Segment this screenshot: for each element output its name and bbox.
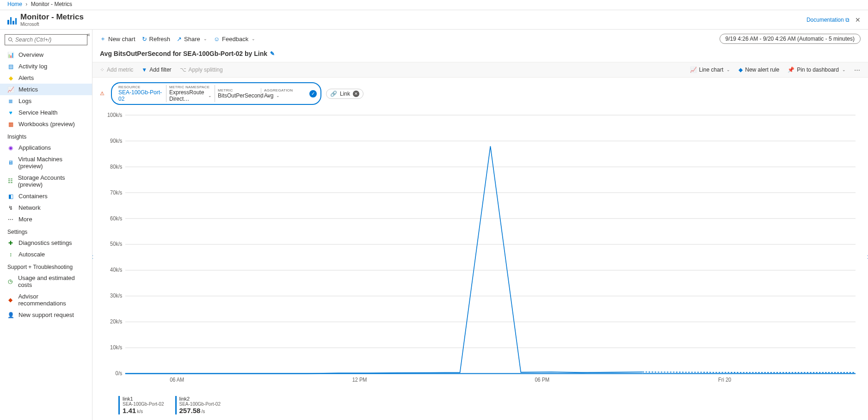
svg-text:10k/s: 10k/s (110, 345, 122, 351)
add-metric-button[interactable]: ⁘Add metric (100, 67, 133, 73)
nav-item-label: Diagnostics settings (18, 239, 72, 246)
nav-item-icon: ◧ (7, 193, 14, 200)
nav-item-icon: ◆ (7, 75, 14, 81)
sidebar-item-more[interactable]: ⋯More (0, 213, 92, 225)
metric-selector[interactable]: BitsOutPerSecond⌄ (218, 92, 258, 99)
metric-label: METRIC (218, 88, 258, 92)
search-input[interactable] (15, 37, 84, 43)
sidebar-item-applications[interactable]: ◉Applications (0, 142, 92, 153)
breadcrumb-home[interactable]: Home (7, 1, 22, 7)
edit-title-icon[interactable]: ✎ (270, 50, 275, 57)
svg-text:0/s: 0/s (116, 371, 123, 377)
svg-text:Fri 20: Fri 20 (718, 377, 731, 383)
external-link-icon: ⧉ (845, 17, 850, 23)
plus-icon: ＋ (100, 35, 106, 43)
nav-item-label: Metrics (18, 86, 38, 93)
feedback-button[interactable]: ☺Feedback⌄ (214, 36, 255, 43)
collapse-sidebar-icon[interactable]: « (87, 31, 90, 38)
sparkle-icon: ⁘ (100, 67, 105, 73)
svg-text:100k/s: 100k/s (107, 112, 122, 118)
chart-type-dropdown[interactable]: 📈Line chart⌄ (690, 67, 731, 73)
add-filter-button[interactable]: ▼Add filter (142, 67, 171, 73)
sidebar-item-virtual-machines-preview-[interactable]: 🖥Virtual Machines (preview) (0, 153, 92, 172)
resource-selector[interactable]: SEA-100Gb-Port-02 (118, 89, 163, 102)
legend-item-link1[interactable]: link1SEA-100Gb-Port-021.41k/s (118, 396, 164, 414)
new-alert-button[interactable]: ◆New alert rule (739, 67, 779, 73)
close-icon[interactable]: ✕ (855, 16, 861, 24)
filter-chip-link[interactable]: 🔗 Link ✕ (326, 89, 363, 99)
sidebar-item-new-support-request[interactable]: 👤New support request (0, 309, 92, 321)
sidebar-item-storage-accounts-preview-[interactable]: ☷Storage Accounts (preview) (0, 172, 92, 190)
nav-item-icon: ⋯ (7, 216, 14, 223)
sidebar-item-metrics[interactable]: 📈Metrics (0, 84, 92, 95)
nav-item-label: Workbooks (preview) (18, 121, 75, 128)
legend-source: SEA-100Gb-Port-02 (179, 402, 221, 407)
metric-query-pill: RESOURCE SEA-100Gb-Port-02 METRIC NAMESP… (111, 82, 321, 105)
nav-item-label: Virtual Machines (preview) (18, 156, 85, 170)
share-icon: ↗ (177, 36, 182, 43)
breadcrumb: Home › Monitor - Metrics (0, 0, 868, 10)
nav-item-label: New support request (18, 311, 74, 318)
refresh-button[interactable]: ↻Refresh (142, 36, 171, 43)
aggregation-selector[interactable]: Avg⌄ (264, 92, 305, 99)
apply-splitting-button[interactable]: ⌥Apply splitting (180, 67, 223, 73)
nav-item-label: Network (18, 204, 41, 211)
remove-filter-icon[interactable]: ✕ (353, 91, 359, 97)
prev-chart-icon[interactable]: ‹ (92, 252, 93, 262)
legend-source: SEA-100Gb-Port-02 (123, 402, 164, 407)
namespace-selector[interactable]: ExpressRoute Direct…⌄ (169, 89, 212, 102)
sidebar-item-usage-and-estimated-costs[interactable]: ◷Usage and estimated costs (0, 272, 92, 291)
nav-item-icon: 👤 (7, 312, 14, 318)
chart-legend: link1SEA-100Gb-Port-021.41k/slink2SEA-10… (92, 394, 868, 420)
metrics-line-chart[interactable]: 0/s10k/s20k/s30k/s40k/s50k/s60k/s70k/s80… (100, 110, 861, 390)
sidebar-item-activity-log[interactable]: ▤Activity log (0, 61, 92, 72)
svg-text:30k/s: 30k/s (110, 293, 122, 299)
chevron-down-icon: ⌄ (203, 37, 207, 41)
nav-group-insights: Insights (0, 130, 92, 142)
sidebar-item-alerts[interactable]: ◆Alerts (0, 72, 92, 84)
link-icon: 🔗 (330, 91, 337, 97)
sidebar-item-workbooks-preview-[interactable]: ▦Workbooks (preview) (0, 118, 92, 130)
legend-name: link2 (179, 396, 221, 402)
sidebar-item-network[interactable]: ↯Network (0, 202, 92, 213)
sidebar-item-service-health[interactable]: ♥Service Health (0, 107, 92, 118)
nav-item-icon: 📊 (7, 52, 14, 58)
nav-item-label: Applications (18, 144, 51, 151)
chevron-down-icon: ⌄ (276, 93, 280, 98)
funnel-icon: ▼ (142, 67, 147, 73)
smiley-icon: ☺ (214, 36, 220, 43)
nav-item-icon: ↯ (7, 205, 14, 211)
breadcrumb-separator: › (25, 1, 27, 7)
legend-item-link2[interactable]: link2SEA-100Gb-Port-02257.58/s (175, 396, 221, 414)
pin-dashboard-button[interactable]: 📌Pin to dashboard⌄ (788, 67, 846, 73)
chart-area: ‹ › 0/s10k/s20k/s30k/s40k/s50k/s60k/s70k… (92, 110, 868, 394)
nav-item-icon: ♥ (7, 110, 14, 116)
monitor-logo-icon (7, 15, 17, 24)
resource-label: RESOURCE (118, 85, 163, 89)
nav-item-icon: 📈 (7, 86, 14, 93)
new-chart-button[interactable]: ＋New chart (100, 35, 135, 43)
sidebar-item-containers[interactable]: ◧Containers (0, 190, 92, 202)
nav-item-icon: ✚ (7, 240, 14, 246)
sidebar-search[interactable] (5, 34, 87, 45)
nav-item-icon: ☷ (7, 178, 13, 184)
page-subtitle: Microsoft (20, 22, 84, 27)
legend-unit: /s (201, 409, 205, 414)
sidebar-item-advisor-recommendations[interactable]: ◆Advisor recommendations (0, 291, 92, 309)
svg-text:90k/s: 90k/s (110, 138, 122, 144)
time-range-picker[interactable]: 9/19 4:26 AM - 9/20 4:26 AM (Automatic -… (720, 34, 861, 44)
sidebar-item-overview[interactable]: 📊Overview (0, 49, 92, 61)
sidebar-item-autoscale[interactable]: ↕Autoscale (0, 249, 92, 260)
svg-text:40k/s: 40k/s (110, 267, 122, 273)
nav-item-icon: 🖥 (7, 159, 13, 166)
sidebar-item-diagnostics-settings[interactable]: ✚Diagnostics settings (0, 237, 92, 249)
more-options-button[interactable]: ⋯ (854, 67, 861, 73)
pin-icon: 📌 (788, 67, 794, 73)
sidebar-item-logs[interactable]: ≣Logs (0, 95, 92, 107)
nav-item-label: Storage Accounts (preview) (18, 174, 85, 188)
chart-subtoolbar: ⁘Add metric ▼Add filter ⌥Apply splitting… (92, 62, 868, 78)
legend-value: 257.58 (179, 407, 201, 414)
warning-icon: ⚠ (100, 91, 106, 97)
documentation-link[interactable]: Documentation ⧉ (806, 17, 850, 23)
share-button[interactable]: ↗Share⌄ (177, 36, 207, 43)
